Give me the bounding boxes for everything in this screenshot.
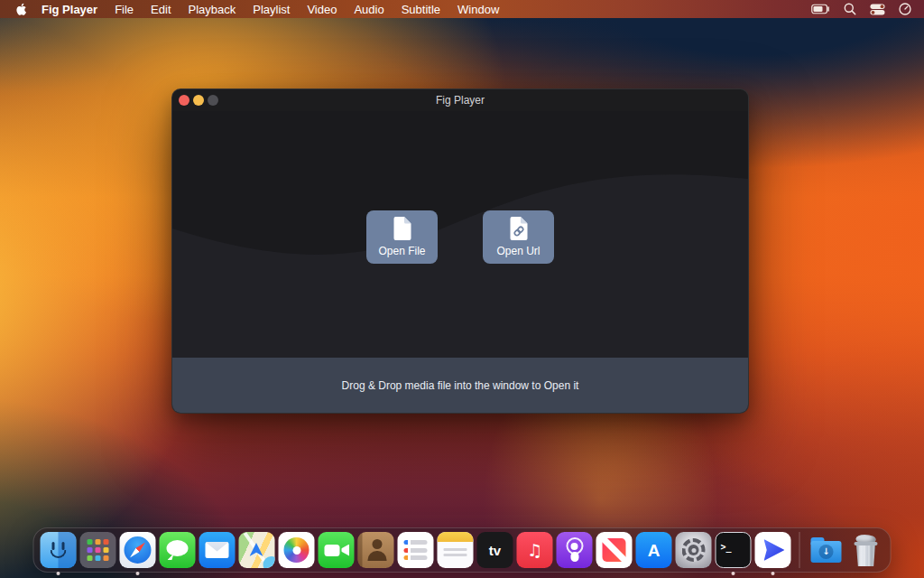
search-icon[interactable]: [844, 3, 856, 15]
dock-item-finder[interactable]: [41, 532, 77, 568]
running-indicator: [136, 572, 140, 575]
dock-item-podcasts[interactable]: [557, 532, 593, 568]
active-app-name[interactable]: Fig Player: [42, 3, 97, 16]
downloads-icon: [808, 532, 845, 568]
dock-item-photos[interactable]: [279, 532, 315, 568]
minimize-button[interactable]: [193, 95, 204, 106]
dock-item-terminal[interactable]: [716, 532, 752, 568]
open-file-label: Open File: [378, 245, 425, 257]
drop-hint-text: Drog & Drop media file into the window t…: [342, 379, 579, 392]
dock-item-contacts[interactable]: [358, 532, 394, 568]
terminal-icon: [716, 532, 752, 568]
dock-item-appletv[interactable]: [477, 532, 513, 568]
music-icon-part: [517, 532, 553, 568]
menu-audio[interactable]: Audio: [354, 3, 383, 16]
facetime-icon-part: [325, 545, 340, 556]
dock-item-figplayer[interactable]: [755, 532, 791, 568]
reminders-icon-part: [404, 555, 428, 560]
dock-item-notes[interactable]: [438, 532, 474, 568]
dock-item-trash[interactable]: [848, 532, 884, 568]
dock: [33, 527, 892, 573]
dock-separator: [799, 532, 800, 568]
settings-icon-part: [691, 548, 696, 553]
reminders-icon-part: [404, 548, 428, 553]
dock-item-music[interactable]: [517, 532, 553, 568]
open-url-button[interactable]: Open Url: [483, 210, 554, 264]
photos-icon: [279, 532, 315, 568]
trash-icon: [848, 532, 884, 568]
trash-icon-part: [855, 542, 877, 566]
contacts-icon: [358, 532, 394, 568]
contacts-icon-part: [373, 539, 383, 549]
apple-logo-icon: [15, 2, 27, 16]
status-icons: [811, 3, 913, 15]
dock-item-maps[interactable]: [239, 532, 275, 568]
notes-icon: [438, 532, 474, 568]
drop-zone[interactable]: Open File Open Url: [172, 111, 748, 359]
dock-item-settings[interactable]: [676, 532, 712, 568]
appstore-icon: [636, 532, 672, 568]
dock-item-safari[interactable]: [120, 532, 156, 568]
fig-player-window: Fig Player Open File: [171, 89, 749, 414]
drop-hint-bar: Drog & Drop media file into the window t…: [172, 358, 748, 413]
mail-icon: [199, 532, 236, 568]
figplayer-icon-part: [764, 539, 785, 561]
dock-item-news[interactable]: [596, 532, 633, 568]
menu-subtitle[interactable]: Subtitle: [402, 3, 440, 16]
menu-list: FileEditPlaybackPlaylistVideoAudioSubtit…: [115, 3, 499, 16]
news-icon: [596, 532, 633, 568]
zoom-button[interactable]: [208, 95, 218, 106]
menu-window[interactable]: Window: [457, 3, 499, 16]
running-indicator: [57, 572, 60, 575]
desktop[interactable]: Fig Player FileEditPlaybackPlaylistVideo…: [0, 0, 924, 578]
notes-icon-part: [438, 532, 474, 542]
dock-item-appstore[interactable]: [636, 532, 672, 568]
menu-bar: Fig Player FileEditPlaybackPlaylistVideo…: [0, 0, 924, 18]
maps-icon: [239, 532, 275, 568]
clock-icon[interactable]: [899, 3, 911, 15]
document-link-icon: [510, 217, 528, 240]
reminders-icon: [398, 532, 434, 568]
settings-icon: [676, 532, 712, 568]
dock-item-downloads[interactable]: [808, 532, 845, 568]
podcasts-icon-part: [571, 543, 578, 550]
podcasts-icon: [557, 532, 593, 568]
dock-item-facetime[interactable]: [319, 532, 355, 568]
appstore-icon-part: [636, 532, 672, 568]
finder-icon: [41, 532, 77, 568]
appletv-icon: [477, 532, 513, 568]
battery-icon[interactable]: [811, 4, 830, 14]
menu-edit[interactable]: Edit: [151, 3, 171, 16]
finder-icon-part: [62, 542, 65, 550]
facetime-icon-part: [341, 545, 349, 556]
appletv-icon-part: [477, 532, 513, 568]
podcasts-icon-part: [570, 552, 578, 562]
window-title: Fig Player: [172, 94, 748, 107]
window-titlebar[interactable]: Fig Player: [172, 89, 748, 111]
running-indicator: [772, 572, 775, 575]
menu-video[interactable]: Video: [307, 3, 337, 16]
open-file-button[interactable]: Open File: [366, 210, 438, 264]
photos-icon-part: [292, 546, 300, 555]
menu-playlist[interactable]: Playlist: [253, 3, 290, 16]
dock-item-reminders[interactable]: [398, 532, 434, 568]
menu-file[interactable]: File: [115, 3, 134, 16]
terminal-icon-part: [721, 537, 732, 554]
open-buttons-row: Open File Open Url: [172, 210, 748, 264]
notes-icon-part: [444, 548, 467, 551]
maps-icon-part: [263, 556, 275, 568]
finder-icon-part: [51, 550, 67, 558]
messages-icon-part: [167, 540, 189, 556]
control-center-icon[interactable]: [870, 4, 885, 15]
dock-item-launchpad[interactable]: [80, 532, 116, 568]
facetime-icon: [319, 532, 355, 568]
downloads-icon-part: [819, 545, 834, 559]
trash-icon-part: [855, 542, 878, 545]
launchpad-icon-part: [88, 539, 93, 545]
menu-playback[interactable]: Playback: [189, 3, 236, 16]
apple-menu[interactable]: [15, 2, 27, 16]
dock-item-messages[interactable]: [160, 532, 196, 568]
safari-icon: [120, 532, 156, 568]
dock-item-mail[interactable]: [199, 532, 236, 568]
close-button[interactable]: [179, 95, 189, 106]
